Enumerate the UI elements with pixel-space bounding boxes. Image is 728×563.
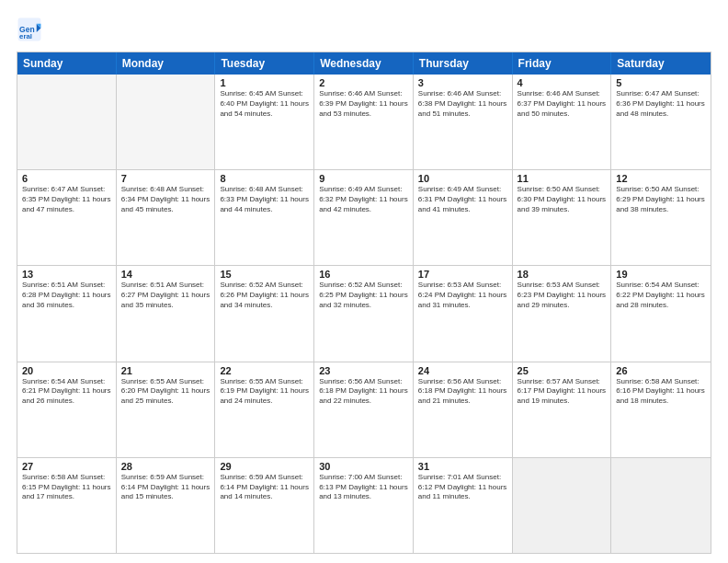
day-info: Sunrise: 6:55 AM Sunset: 6:20 PM Dayligh… bbox=[121, 377, 210, 407]
day-number: 11 bbox=[518, 173, 607, 184]
day-info: Sunrise: 6:48 AM Sunset: 6:33 PM Dayligh… bbox=[220, 185, 309, 214]
cal-cell bbox=[611, 458, 711, 553]
cal-cell: 11Sunrise: 6:50 AM Sunset: 6:30 PM Dayli… bbox=[513, 170, 612, 265]
header: Gen eral bbox=[17, 17, 711, 42]
day-info: Sunrise: 6:58 AM Sunset: 6:15 PM Dayligh… bbox=[22, 473, 111, 502]
cal-cell: 26Sunrise: 6:58 AM Sunset: 6:16 PM Dayli… bbox=[611, 362, 711, 457]
calendar: SundayMondayTuesdayWednesdayThursdayFrid… bbox=[17, 52, 711, 554]
day-header-wednesday: Wednesday bbox=[314, 52, 414, 75]
day-info: Sunrise: 6:57 AM Sunset: 6:17 PM Dayligh… bbox=[518, 377, 607, 407]
day-info: Sunrise: 6:47 AM Sunset: 6:36 PM Dayligh… bbox=[616, 89, 706, 119]
day-info: Sunrise: 6:48 AM Sunset: 6:34 PM Dayligh… bbox=[121, 185, 210, 214]
day-number: 15 bbox=[220, 269, 309, 280]
day-number: 13 bbox=[22, 269, 111, 280]
day-number: 2 bbox=[319, 77, 408, 88]
calendar-row-1: 1Sunrise: 6:45 AM Sunset: 6:40 PM Daylig… bbox=[17, 75, 711, 170]
day-number: 17 bbox=[418, 269, 507, 280]
day-info: Sunrise: 7:00 AM Sunset: 6:13 PM Dayligh… bbox=[319, 473, 408, 502]
cal-cell: 24Sunrise: 6:56 AM Sunset: 6:18 PM Dayli… bbox=[414, 362, 513, 457]
cal-cell: 4Sunrise: 6:46 AM Sunset: 6:37 PM Daylig… bbox=[513, 75, 612, 169]
day-number: 5 bbox=[616, 77, 706, 88]
day-number: 24 bbox=[418, 365, 507, 376]
day-info: Sunrise: 7:01 AM Sunset: 6:12 PM Dayligh… bbox=[418, 473, 507, 502]
calendar-row-2: 6Sunrise: 6:47 AM Sunset: 6:35 PM Daylig… bbox=[17, 170, 711, 266]
page: Gen eral SundayMondayTuesdayWednesdayThu… bbox=[0, 0, 728, 563]
cal-cell bbox=[513, 458, 612, 553]
day-number: 25 bbox=[518, 365, 607, 376]
calendar-header: SundayMondayTuesdayWednesdayThursdayFrid… bbox=[17, 52, 711, 75]
logo-icon: Gen eral bbox=[17, 17, 42, 42]
day-info: Sunrise: 6:52 AM Sunset: 6:25 PM Dayligh… bbox=[319, 281, 408, 310]
day-info: Sunrise: 6:46 AM Sunset: 6:39 PM Dayligh… bbox=[319, 89, 408, 119]
cal-cell: 9Sunrise: 6:49 AM Sunset: 6:32 PM Daylig… bbox=[314, 170, 414, 265]
cal-cell: 7Sunrise: 6:48 AM Sunset: 6:34 PM Daylig… bbox=[117, 170, 216, 265]
day-number: 30 bbox=[319, 461, 408, 472]
cal-cell: 23Sunrise: 6:56 AM Sunset: 6:18 PM Dayli… bbox=[314, 362, 414, 457]
cal-cell: 2Sunrise: 6:46 AM Sunset: 6:39 PM Daylig… bbox=[314, 75, 414, 169]
day-info: Sunrise: 6:49 AM Sunset: 6:31 PM Dayligh… bbox=[418, 185, 507, 214]
cal-cell: 13Sunrise: 6:51 AM Sunset: 6:28 PM Dayli… bbox=[17, 266, 117, 361]
day-info: Sunrise: 6:46 AM Sunset: 6:38 PM Dayligh… bbox=[418, 89, 507, 119]
day-number: 21 bbox=[121, 365, 210, 376]
day-header-monday: Monday bbox=[117, 52, 216, 75]
calendar-row-5: 27Sunrise: 6:58 AM Sunset: 6:15 PM Dayli… bbox=[17, 458, 711, 553]
day-info: Sunrise: 6:47 AM Sunset: 6:35 PM Dayligh… bbox=[22, 185, 111, 214]
cal-cell: 29Sunrise: 6:59 AM Sunset: 6:14 PM Dayli… bbox=[215, 458, 314, 553]
day-header-thursday: Thursday bbox=[414, 52, 513, 75]
day-info: Sunrise: 6:51 AM Sunset: 6:27 PM Dayligh… bbox=[121, 281, 210, 310]
day-number: 10 bbox=[418, 173, 507, 184]
day-number: 31 bbox=[418, 461, 507, 472]
cal-cell: 1Sunrise: 6:45 AM Sunset: 6:40 PM Daylig… bbox=[215, 75, 314, 169]
day-number: 23 bbox=[319, 365, 408, 376]
cal-cell: 30Sunrise: 7:00 AM Sunset: 6:13 PM Dayli… bbox=[314, 458, 414, 553]
calendar-row-3: 13Sunrise: 6:51 AM Sunset: 6:28 PM Dayli… bbox=[17, 266, 711, 362]
day-number: 19 bbox=[616, 269, 706, 280]
cal-cell: 31Sunrise: 7:01 AM Sunset: 6:12 PM Dayli… bbox=[414, 458, 513, 553]
cal-cell: 6Sunrise: 6:47 AM Sunset: 6:35 PM Daylig… bbox=[17, 170, 117, 265]
cal-cell bbox=[17, 75, 117, 169]
day-header-saturday: Saturday bbox=[611, 52, 711, 75]
day-header-sunday: Sunday bbox=[17, 52, 117, 75]
day-info: Sunrise: 6:46 AM Sunset: 6:37 PM Dayligh… bbox=[518, 89, 607, 119]
day-info: Sunrise: 6:56 AM Sunset: 6:18 PM Dayligh… bbox=[418, 377, 507, 407]
cal-cell: 12Sunrise: 6:50 AM Sunset: 6:29 PM Dayli… bbox=[611, 170, 711, 265]
cal-cell: 19Sunrise: 6:54 AM Sunset: 6:22 PM Dayli… bbox=[611, 266, 711, 361]
cal-cell: 3Sunrise: 6:46 AM Sunset: 6:38 PM Daylig… bbox=[414, 75, 513, 169]
cal-cell: 8Sunrise: 6:48 AM Sunset: 6:33 PM Daylig… bbox=[215, 170, 314, 265]
day-number: 6 bbox=[22, 173, 111, 184]
day-info: Sunrise: 6:59 AM Sunset: 6:14 PM Dayligh… bbox=[220, 473, 309, 502]
day-number: 12 bbox=[616, 173, 706, 184]
day-number: 14 bbox=[121, 269, 210, 280]
cal-cell: 17Sunrise: 6:53 AM Sunset: 6:24 PM Dayli… bbox=[414, 266, 513, 361]
cal-cell: 10Sunrise: 6:49 AM Sunset: 6:31 PM Dayli… bbox=[414, 170, 513, 265]
svg-text:eral: eral bbox=[19, 32, 32, 40]
cal-cell: 28Sunrise: 6:59 AM Sunset: 6:14 PM Dayli… bbox=[117, 458, 216, 553]
cal-cell: 16Sunrise: 6:52 AM Sunset: 6:25 PM Dayli… bbox=[314, 266, 414, 361]
cal-cell: 21Sunrise: 6:55 AM Sunset: 6:20 PM Dayli… bbox=[117, 362, 216, 457]
cal-cell: 25Sunrise: 6:57 AM Sunset: 6:17 PM Dayli… bbox=[513, 362, 612, 457]
day-info: Sunrise: 6:49 AM Sunset: 6:32 PM Dayligh… bbox=[319, 185, 408, 214]
logo: Gen eral bbox=[17, 17, 46, 42]
day-number: 16 bbox=[319, 269, 408, 280]
cal-cell: 20Sunrise: 6:54 AM Sunset: 6:21 PM Dayli… bbox=[17, 362, 117, 457]
day-info: Sunrise: 6:50 AM Sunset: 6:29 PM Dayligh… bbox=[616, 185, 706, 214]
cal-cell: 22Sunrise: 6:55 AM Sunset: 6:19 PM Dayli… bbox=[215, 362, 314, 457]
day-number: 7 bbox=[121, 173, 210, 184]
day-number: 28 bbox=[121, 461, 210, 472]
day-info: Sunrise: 6:55 AM Sunset: 6:19 PM Dayligh… bbox=[220, 377, 309, 407]
day-info: Sunrise: 6:58 AM Sunset: 6:16 PM Dayligh… bbox=[616, 377, 706, 407]
day-info: Sunrise: 6:54 AM Sunset: 6:21 PM Dayligh… bbox=[22, 377, 111, 407]
day-number: 27 bbox=[22, 461, 111, 472]
day-number: 18 bbox=[518, 269, 607, 280]
day-info: Sunrise: 6:50 AM Sunset: 6:30 PM Dayligh… bbox=[518, 185, 607, 214]
cal-cell: 15Sunrise: 6:52 AM Sunset: 6:26 PM Dayli… bbox=[215, 266, 314, 361]
day-info: Sunrise: 6:53 AM Sunset: 6:23 PM Dayligh… bbox=[518, 281, 607, 310]
day-info: Sunrise: 6:51 AM Sunset: 6:28 PM Dayligh… bbox=[22, 281, 111, 310]
cal-cell: 14Sunrise: 6:51 AM Sunset: 6:27 PM Dayli… bbox=[117, 266, 216, 361]
day-info: Sunrise: 6:56 AM Sunset: 6:18 PM Dayligh… bbox=[319, 377, 408, 407]
day-number: 1 bbox=[220, 77, 309, 88]
cal-cell: 18Sunrise: 6:53 AM Sunset: 6:23 PM Dayli… bbox=[513, 266, 612, 361]
day-info: Sunrise: 6:53 AM Sunset: 6:24 PM Dayligh… bbox=[418, 281, 507, 310]
day-number: 29 bbox=[220, 461, 309, 472]
day-number: 3 bbox=[418, 77, 507, 88]
